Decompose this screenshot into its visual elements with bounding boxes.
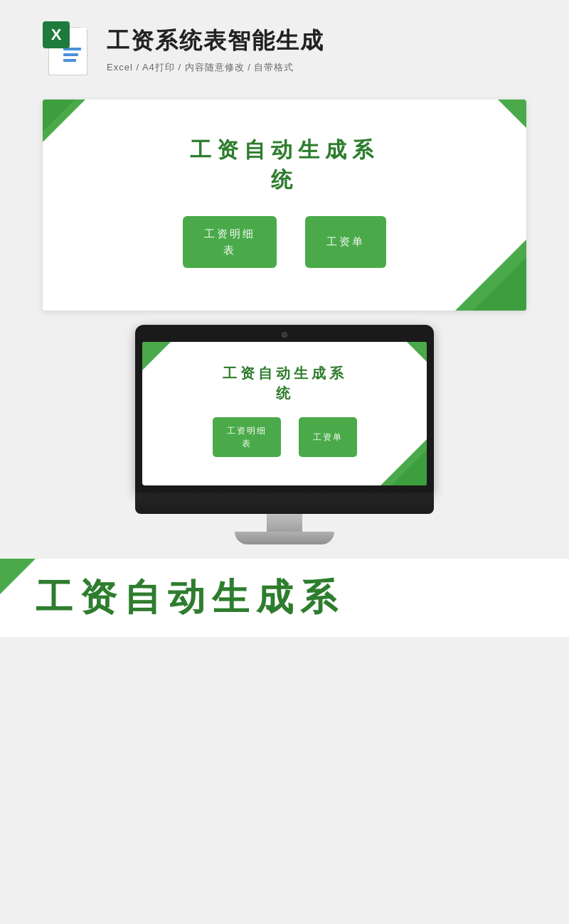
monitor-display: 工资自动生成系统 工资明细表 工资单: [142, 342, 427, 485]
header-section: X 工资系统表智能生成 Excel / A4打印 / 内容随意修改 / 自带格式: [0, 0, 569, 92]
monitor-stand-neck: [267, 514, 302, 532]
excel-icon-fold-inner: [79, 28, 88, 37]
card-buttons-large: 工资明细表 工资单: [71, 216, 498, 268]
payroll-detail-button-monitor[interactable]: 工资明细表: [213, 417, 281, 457]
excel-line-2: [63, 53, 78, 56]
monitor-bezel-top: [142, 332, 427, 338]
bottom-title: 工资自动生成系: [21, 573, 548, 623]
monitor-stand-base: [235, 532, 334, 544]
payroll-slip-button-monitor[interactable]: 工资单: [299, 417, 357, 457]
monitor-body-bottom: [135, 493, 434, 514]
payroll-detail-button-large[interactable]: 工资明细表: [183, 216, 277, 268]
header-text: 工资系统表智能生成 Excel / A4打印 / 内容随意修改 / 自带格式: [107, 26, 526, 74]
payroll-slip-button-large[interactable]: 工资单: [305, 216, 386, 268]
bottom-section: 工资自动生成系: [0, 559, 569, 637]
bottom-corner-tl: [0, 559, 36, 594]
monitor-camera: [282, 332, 287, 338]
excel-icon-lines: [63, 48, 81, 68]
monitor-card-buttons: 工资明细表 工资单: [160, 417, 409, 457]
excel-line-3: [63, 59, 76, 62]
excel-icon: X: [43, 21, 92, 78]
main-title: 工资系统表智能生成: [107, 26, 526, 57]
monitor-wrapper: 工资自动生成系统 工资明细表 工资单: [135, 325, 434, 544]
preview-card-large: 工资自动生成系统 工资明细表 工资单: [43, 100, 526, 311]
preview-card-content: 工资自动生成系统 工资明细表 工资单: [43, 100, 526, 311]
monitor-section: 工资自动生成系统 工资明细表 工资单: [43, 325, 526, 544]
header-subtitle: Excel / A4打印 / 内容随意修改 / 自带格式: [107, 61, 526, 74]
monitor-screen-area: 工资自动生成系统 工资明细表 工资单: [135, 325, 434, 493]
monitor-display-content: 工资自动生成系统 工资明细表 工资单: [142, 342, 427, 485]
card-title-large: 工资自动生成系统: [71, 135, 498, 195]
monitor-card-title: 工资自动生成系统: [160, 363, 409, 403]
excel-x-badge: X: [43, 21, 70, 48]
